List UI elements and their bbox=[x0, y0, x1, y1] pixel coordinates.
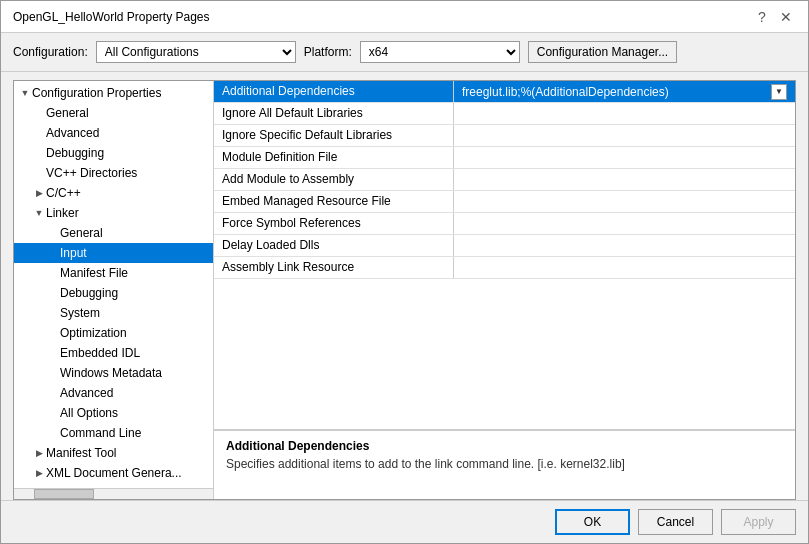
prop-name-module-def-file: Module Definition File bbox=[214, 147, 454, 168]
tree-label-linker-optimization: Optimization bbox=[60, 326, 127, 340]
tree-label-vc-dirs: VC++ Directories bbox=[46, 166, 137, 180]
prop-value-assembly-link bbox=[454, 257, 795, 278]
config-label: Configuration: bbox=[13, 45, 88, 59]
prop-value-ignore-specific bbox=[454, 125, 795, 146]
dialog: OpenGL_HelloWorld Property Pages ? ✕ Con… bbox=[0, 0, 809, 544]
prop-value-additional-deps: freeglut.lib;%(AdditionalDependencies)▼ bbox=[454, 81, 795, 102]
prop-name-ignore-all-default: Ignore All Default Libraries bbox=[214, 103, 454, 124]
tree-item-linker-general[interactable]: General bbox=[14, 223, 213, 243]
property-grid: Additional Dependenciesfreeglut.lib;%(Ad… bbox=[214, 81, 795, 429]
close-button[interactable]: ✕ bbox=[776, 7, 796, 27]
tree-item-config-properties[interactable]: ▼Configuration Properties bbox=[14, 83, 213, 103]
prop-value-add-module bbox=[454, 169, 795, 190]
description-text: Specifies additional items to add to the… bbox=[226, 457, 783, 471]
tree-expand-manifest-tool: ▶ bbox=[32, 448, 46, 458]
prop-row-additional-deps[interactable]: Additional Dependenciesfreeglut.lib;%(Ad… bbox=[214, 81, 795, 103]
tree-panel: ▼Configuration PropertiesGeneralAdvanced… bbox=[14, 81, 214, 488]
tree-label-linker: Linker bbox=[46, 206, 79, 220]
description-title: Additional Dependencies bbox=[226, 439, 783, 453]
tree-label-linker-input: Input bbox=[60, 246, 87, 260]
title-bar: OpenGL_HelloWorld Property Pages ? ✕ bbox=[1, 1, 808, 33]
prop-value-force-symbol bbox=[454, 213, 795, 234]
tree-label-debugging: Debugging bbox=[46, 146, 104, 160]
tree-item-debugging[interactable]: Debugging bbox=[14, 143, 213, 163]
prop-name-force-symbol: Force Symbol References bbox=[214, 213, 454, 234]
tree-label-linker-advanced: Advanced bbox=[60, 386, 113, 400]
tree-label-advanced: Advanced bbox=[46, 126, 99, 140]
prop-row-delay-loaded[interactable]: Delay Loaded Dlls bbox=[214, 235, 795, 257]
tree-label-linker-command-line: Command Line bbox=[60, 426, 141, 440]
tree-expand-xml-doc-gen: ▶ bbox=[32, 468, 46, 478]
tree-scrollbar[interactable] bbox=[14, 488, 213, 499]
config-manager-button[interactable]: Configuration Manager... bbox=[528, 41, 677, 63]
prop-row-module-def-file[interactable]: Module Definition File bbox=[214, 147, 795, 169]
tree-expand-linker: ▼ bbox=[32, 208, 46, 218]
tree-label-config-properties: Configuration Properties bbox=[32, 86, 161, 100]
prop-row-assembly-link[interactable]: Assembly Link Resource bbox=[214, 257, 795, 279]
prop-row-ignore-all-default[interactable]: Ignore All Default Libraries bbox=[214, 103, 795, 125]
prop-name-additional-deps: Additional Dependencies bbox=[214, 81, 454, 102]
prop-name-delay-loaded: Delay Loaded Dlls bbox=[214, 235, 454, 256]
tree-item-cpp[interactable]: ▶C/C++ bbox=[14, 183, 213, 203]
prop-row-embed-managed[interactable]: Embed Managed Resource File bbox=[214, 191, 795, 213]
tree-item-linker-debugging[interactable]: Debugging bbox=[14, 283, 213, 303]
tree-item-linker-advanced[interactable]: Advanced bbox=[14, 383, 213, 403]
tree-item-linker-command-line[interactable]: Command Line bbox=[14, 423, 213, 443]
ok-button[interactable]: OK bbox=[555, 509, 630, 535]
tree-expand-config-properties: ▼ bbox=[18, 88, 32, 98]
prop-name-add-module: Add Module to Assembly bbox=[214, 169, 454, 190]
tree-label-manifest-tool: Manifest Tool bbox=[46, 446, 116, 460]
tree-expand-cpp: ▶ bbox=[32, 188, 46, 198]
prop-row-force-symbol[interactable]: Force Symbol References bbox=[214, 213, 795, 235]
prop-row-add-module[interactable]: Add Module to Assembly bbox=[214, 169, 795, 191]
prop-value-text-additional-deps: freeglut.lib;%(AdditionalDependencies) bbox=[462, 85, 669, 99]
tree-item-linker-manifest[interactable]: Manifest File bbox=[14, 263, 213, 283]
prop-name-embed-managed: Embed Managed Resource File bbox=[214, 191, 454, 212]
tree-item-linker[interactable]: ▼Linker bbox=[14, 203, 213, 223]
prop-value-delay-loaded bbox=[454, 235, 795, 256]
main-content: ▼Configuration PropertiesGeneralAdvanced… bbox=[13, 80, 796, 500]
prop-value-ignore-all-default bbox=[454, 103, 795, 124]
tree-label-cpp: C/C++ bbox=[46, 186, 81, 200]
title-bar-buttons: ? ✕ bbox=[752, 7, 796, 27]
tree-item-linker-embedded-idl[interactable]: Embedded IDL bbox=[14, 343, 213, 363]
tree-item-linker-system[interactable]: System bbox=[14, 303, 213, 323]
tree-label-linker-system: System bbox=[60, 306, 100, 320]
config-bar: Configuration: All Configurations Platfo… bbox=[1, 33, 808, 72]
platform-select[interactable]: x64 bbox=[360, 41, 520, 63]
prop-value-module-def-file bbox=[454, 147, 795, 168]
tree-label-linker-all-options: All Options bbox=[60, 406, 118, 420]
tree-label-linker-windows-metadata: Windows Metadata bbox=[60, 366, 162, 380]
bottom-bar: OK Cancel Apply bbox=[1, 500, 808, 543]
tree-item-linker-all-options[interactable]: All Options bbox=[14, 403, 213, 423]
tree-item-advanced[interactable]: Advanced bbox=[14, 123, 213, 143]
platform-label: Platform: bbox=[304, 45, 352, 59]
tree-item-manifest-tool[interactable]: ▶Manifest Tool bbox=[14, 443, 213, 463]
tree-label-linker-embedded-idl: Embedded IDL bbox=[60, 346, 140, 360]
prop-row-ignore-specific[interactable]: Ignore Specific Default Libraries bbox=[214, 125, 795, 147]
tree-label-linker-debugging: Debugging bbox=[60, 286, 118, 300]
tree-item-xml-doc-gen[interactable]: ▶XML Document Genera... bbox=[14, 463, 213, 483]
prop-value-embed-managed bbox=[454, 191, 795, 212]
dialog-title: OpenGL_HelloWorld Property Pages bbox=[13, 10, 210, 24]
prop-dropdown-additional-deps[interactable]: ▼ bbox=[771, 84, 787, 100]
tree-item-linker-input[interactable]: Input bbox=[14, 243, 213, 263]
property-panel: Additional Dependenciesfreeglut.lib;%(Ad… bbox=[214, 81, 795, 499]
tree-item-linker-optimization[interactable]: Optimization bbox=[14, 323, 213, 343]
prop-name-assembly-link: Assembly Link Resource bbox=[214, 257, 454, 278]
prop-name-ignore-specific: Ignore Specific Default Libraries bbox=[214, 125, 454, 146]
configuration-select[interactable]: All Configurations bbox=[96, 41, 296, 63]
tree-item-linker-windows-metadata[interactable]: Windows Metadata bbox=[14, 363, 213, 383]
apply-button[interactable]: Apply bbox=[721, 509, 796, 535]
tree-label-xml-doc-gen: XML Document Genera... bbox=[46, 466, 182, 480]
cancel-button[interactable]: Cancel bbox=[638, 509, 713, 535]
tree-item-general[interactable]: General bbox=[14, 103, 213, 123]
tree-label-general: General bbox=[46, 106, 89, 120]
left-panel: ▼Configuration PropertiesGeneralAdvanced… bbox=[14, 81, 214, 499]
tree-label-linker-general: General bbox=[60, 226, 103, 240]
description-panel: Additional Dependencies Specifies additi… bbox=[214, 429, 795, 499]
tree-label-linker-manifest: Manifest File bbox=[60, 266, 128, 280]
help-button[interactable]: ? bbox=[752, 7, 772, 27]
tree-item-vc-dirs[interactable]: VC++ Directories bbox=[14, 163, 213, 183]
